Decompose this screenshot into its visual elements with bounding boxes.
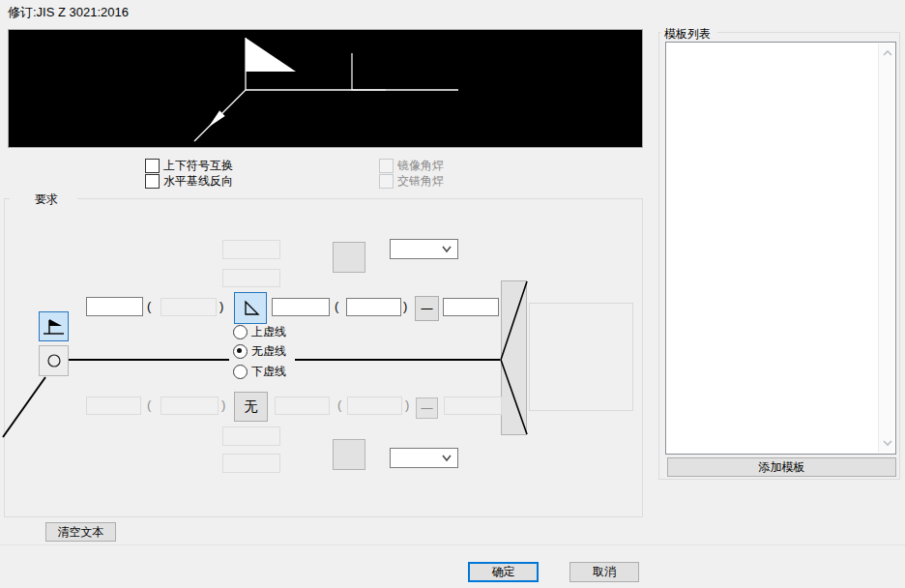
- clear-text-button[interactable]: 清空文本: [45, 522, 116, 542]
- checkbox-box[interactable]: [145, 159, 160, 173]
- template-listbox[interactable]: [665, 42, 896, 455]
- fillet-weld-icon: [240, 299, 261, 318]
- radio-circle[interactable]: [233, 325, 248, 339]
- upper-pitch-field[interactable]: [443, 298, 499, 316]
- top-symbol-picker-button: [333, 242, 365, 273]
- lower-paren-field: [161, 397, 219, 415]
- checkbox-stagger-fillet: 交错角焊: [379, 173, 444, 190]
- revision-label: 修订:JIS Z 3021:2016: [8, 4, 129, 21]
- radio-label: 无虚线: [251, 343, 286, 360]
- symbol-bracket-bar: [501, 280, 527, 435]
- template-list-label: 模板列表: [664, 26, 711, 43]
- none-symbol-label: 无: [245, 398, 258, 416]
- upper-size-field[interactable]: [272, 298, 330, 316]
- top-aux-field-2: [222, 269, 280, 287]
- circle-icon: [44, 351, 64, 370]
- ok-label: 确定: [492, 564, 515, 580]
- requirements-group-label: 要求: [35, 191, 58, 208]
- listbox-scrollbar[interactable]: [878, 44, 894, 453]
- checkbox-box[interactable]: [145, 174, 160, 189]
- checkbox-mirror-fillet: 镜像角焊: [379, 158, 444, 174]
- radio-circle[interactable]: [233, 344, 248, 359]
- lower-weld-symbol-button[interactable]: 无: [234, 392, 268, 422]
- cancel-label: 取消: [593, 564, 616, 580]
- bottom-separator: [0, 544, 905, 545]
- ok-button[interactable]: 确定: [468, 562, 539, 582]
- lower-pitch-field: [444, 397, 502, 415]
- radio-dash-above[interactable]: 上虚线: [233, 324, 286, 340]
- flag-icon: [41, 314, 67, 338]
- weld-symbol-dialog: { "dialog": { "revision": "修订:JIS Z 3021…: [0, 0, 905, 588]
- radio-circle[interactable]: [233, 365, 248, 379]
- checkbox-label: 交错角焊: [397, 173, 444, 190]
- dash-icon: —: [422, 302, 433, 315]
- field-weld-flag-glyph: [246, 38, 296, 72]
- lower-size-field: [275, 397, 330, 415]
- scroll-down-icon[interactable]: [882, 439, 893, 447]
- top-aux-field-1: [222, 240, 280, 259]
- upper-paren-field: [161, 298, 217, 316]
- dash-icon: —: [422, 401, 433, 415]
- radio-label: 下虚线: [251, 364, 286, 380]
- bottom-aux-field-2: [222, 454, 280, 473]
- bottom-symbol-picker-button: [333, 439, 365, 470]
- clear-text-label: 清空文本: [58, 524, 104, 541]
- upper-weld-symbol-button[interactable]: [234, 292, 267, 324]
- checkbox-label: 上下符号互换: [163, 158, 233, 174]
- bottom-aux-field-1: [222, 426, 280, 446]
- note-box-disabled: [529, 303, 633, 411]
- radio-dash-none[interactable]: 无虚线: [233, 343, 286, 360]
- cancel-button[interactable]: 取消: [569, 562, 639, 582]
- fillet-weld-glyph: [352, 53, 386, 90]
- upper-dash-button[interactable]: —: [415, 296, 439, 321]
- paren-open: (: [147, 300, 151, 312]
- paren-close: ): [219, 300, 223, 312]
- bottom-finish-combobox[interactable]: [390, 448, 458, 468]
- lower-dash-button: —: [416, 397, 438, 419]
- add-template-button[interactable]: 添加模板: [667, 457, 896, 477]
- radio-label: 上虚线: [251, 324, 286, 340]
- checkbox-box: [379, 159, 394, 173]
- chevron-down-icon: [436, 453, 457, 464]
- weld-symbol-preview-drawing: [9, 30, 642, 147]
- top-finish-combobox[interactable]: [390, 239, 458, 259]
- paren-open: (: [147, 398, 151, 411]
- lower-length-field: [347, 397, 402, 415]
- paren-close: ): [403, 300, 407, 312]
- paren-close: ): [405, 398, 409, 411]
- paren-open: (: [337, 398, 341, 411]
- radio-dash-below[interactable]: 下虚线: [233, 364, 286, 380]
- lower-prefix-field: [86, 397, 141, 415]
- scroll-up-icon[interactable]: [882, 49, 893, 57]
- field-weld-flag-button[interactable]: [39, 311, 69, 341]
- paren-close: ): [221, 398, 225, 411]
- checkbox-label: 镜像角焊: [397, 158, 444, 174]
- weld-symbol-preview: [8, 29, 643, 148]
- checkbox-label: 水平基线反向: [163, 173, 233, 190]
- checkbox-swap-symbols[interactable]: 上下符号互换: [145, 158, 233, 174]
- upper-prefix-field[interactable]: [86, 297, 143, 316]
- weld-all-around-button[interactable]: [39, 345, 69, 376]
- paren-open: (: [335, 300, 338, 312]
- add-template-label: 添加模板: [759, 459, 805, 476]
- upper-length-field[interactable]: [346, 298, 401, 316]
- chevron-down-icon: [436, 244, 457, 255]
- checkbox-box: [379, 174, 394, 189]
- checkbox-reverse-baseline[interactable]: 水平基线反向: [145, 173, 233, 190]
